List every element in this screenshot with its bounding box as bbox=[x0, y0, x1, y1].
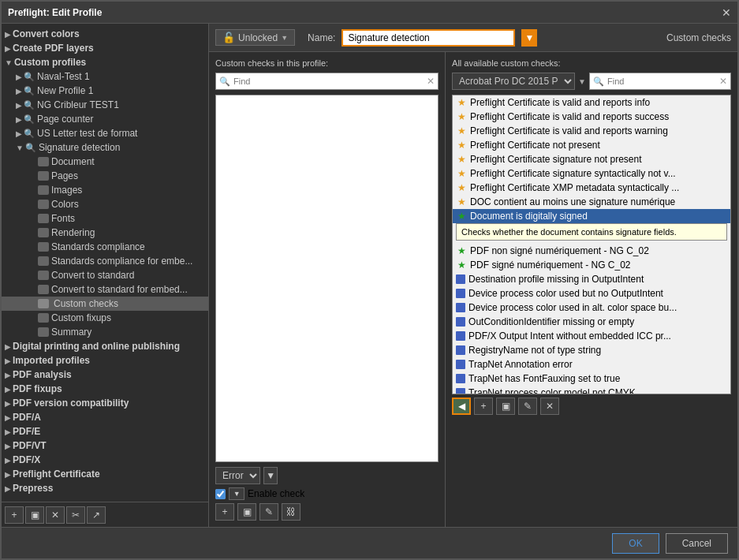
avail-item[interactable]: ★ Preflight Certificate XMP metadata syn… bbox=[453, 181, 730, 195]
right-search-clear[interactable]: ✕ bbox=[719, 76, 727, 87]
add-to-profile-button[interactable]: ◀ bbox=[452, 398, 471, 415]
avail-item[interactable]: ★ Preflight Certificate is valid and rep… bbox=[453, 95, 730, 110]
avail-item[interactable]: TrapNet process color model not CMYK bbox=[453, 386, 730, 394]
tree-item-pdf-e[interactable]: ▶PDF/E bbox=[2, 424, 208, 439]
tree-item-imported-profiles[interactable]: ▶Imported profiles bbox=[2, 353, 208, 368]
enable-check-dropdown[interactable]: ▼ bbox=[229, 487, 244, 500]
dup-avail-button[interactable]: ▣ bbox=[496, 398, 515, 415]
avail-item[interactable]: Device process color used in alt. color … bbox=[453, 301, 730, 315]
tree-item-pdf-x[interactable]: ▶PDF/X bbox=[2, 453, 208, 467]
tree-item-ng-cribleur-test1[interactable]: ▶🔍NG Cribleur TEST1 bbox=[2, 98, 208, 112]
tree-item-pdf-a[interactable]: ▶PDF/A bbox=[2, 410, 208, 424]
avail-item[interactable]: ★ Preflight Certificate signature not pr… bbox=[453, 152, 730, 166]
item-label: PDF/X Output Intent without embedded ICC… bbox=[468, 330, 671, 342]
sub-icon bbox=[38, 171, 49, 181]
section-label: Preflight Certificate bbox=[13, 469, 100, 480]
tree-item-document[interactable]: Document bbox=[2, 155, 208, 169]
tree-item-create-pdf-layers[interactable]: ▶Create PDF layers bbox=[2, 41, 208, 55]
tree-item-colors[interactable]: Colors bbox=[2, 197, 208, 211]
close-button[interactable]: ✕ bbox=[722, 6, 731, 19]
avail-item[interactable]: RegistryName not of type string bbox=[453, 343, 730, 357]
tree-item-naval-test-1[interactable]: ▶🔍Naval-Test 1 bbox=[2, 69, 208, 84]
avail-item[interactable]: ★ PDF non signé numériquement - NG C_02 bbox=[453, 244, 730, 258]
edit-check-button[interactable]: ✎ bbox=[259, 503, 278, 521]
avail-item[interactable]: Destination profile missing in OutputInt… bbox=[453, 272, 730, 286]
name-dropdown-arrow[interactable]: ▼ bbox=[521, 29, 537, 47]
add-check-button[interactable]: + bbox=[215, 503, 234, 521]
avail-item[interactable]: ★ Preflight Certificate is valid and rep… bbox=[453, 124, 730, 138]
tree-item-pdf-version[interactable]: ▶PDF version compatibility bbox=[2, 396, 208, 410]
tree-item-custom-checks[interactable]: Custom checks bbox=[2, 297, 208, 311]
item-label: OutConditionIdentifier missing or empty bbox=[468, 316, 634, 327]
section-label: PDF/E bbox=[13, 426, 40, 437]
avail-item[interactable]: ★ Preflight Certificate not present bbox=[453, 138, 730, 152]
tree-item-images[interactable]: Images bbox=[2, 183, 208, 197]
tree-item-prepress[interactable]: ▶Prepress bbox=[2, 481, 208, 495]
duplicate-check-button[interactable]: ▣ bbox=[237, 503, 256, 521]
tree-item-new-profile-1[interactable]: ▶🔍New Profile 1 bbox=[2, 84, 208, 98]
tree-item-convert-colors[interactable]: ▶Convert colors bbox=[2, 27, 208, 41]
tree-item-signature-detection[interactable]: ▼🔍Signature detection bbox=[2, 140, 208, 155]
left-toolbar-btn-1[interactable]: ▣ bbox=[25, 506, 44, 524]
ok-button[interactable]: OK bbox=[612, 533, 659, 554]
tree-item-us-letter[interactable]: ▶🔍US Letter test de format bbox=[2, 126, 208, 140]
link-check-button[interactable]: ⛓ bbox=[282, 503, 300, 521]
tree-item-pages[interactable]: Pages bbox=[2, 169, 208, 183]
tree-item-custom-fixups[interactable]: Custom fixups bbox=[2, 311, 208, 325]
edit-avail-button[interactable]: ✎ bbox=[518, 398, 537, 415]
profile-name-input[interactable] bbox=[342, 29, 515, 47]
expand-icon: ▶ bbox=[16, 115, 22, 124]
avail-item[interactable]: TrapNet has FontFauxing set to true bbox=[453, 371, 730, 386]
tree-item-convert-to-standard-embed[interactable]: Convert to standard for embed... bbox=[2, 282, 208, 297]
tree-item-standards-compliance-embed[interactable]: Standards compliance for embe... bbox=[2, 254, 208, 268]
avail-item[interactable]: ★ Document is digitally signed bbox=[453, 209, 730, 223]
expand-icon: ▶ bbox=[16, 73, 22, 81]
avail-item[interactable]: ★ Preflight Certificate is valid and rep… bbox=[453, 110, 730, 124]
left-toolbar-btn-3[interactable]: ✂ bbox=[66, 506, 85, 524]
enable-check-checkbox[interactable] bbox=[215, 489, 226, 499]
avail-item[interactable]: ★ DOC contient au moins une signature nu… bbox=[453, 195, 730, 209]
expand-icon: ▶ bbox=[5, 470, 11, 479]
item-label: Device process color used in alt. color … bbox=[468, 302, 677, 313]
tree-item-custom-profiles[interactable]: ▼Custom profiles bbox=[2, 55, 208, 69]
item-label: PDF signé numériquement - NG C_02 bbox=[470, 259, 630, 271]
cancel-button[interactable]: Cancel bbox=[666, 533, 728, 554]
expand-icon: ▶ bbox=[5, 30, 11, 39]
severity-select[interactable]: Error bbox=[215, 467, 260, 484]
tree-item-fonts[interactable]: Fonts bbox=[2, 211, 208, 226]
avail-item[interactable]: TrapNet Annotation error bbox=[453, 357, 730, 371]
lock-button[interactable]: 🔓 Unlocked ▼ bbox=[215, 29, 295, 46]
tree-item-pdf-analysis[interactable]: ▶PDF analysis bbox=[2, 368, 208, 382]
avail-item[interactable]: ★ PDF signé numériquement - NG C_02 bbox=[453, 258, 730, 272]
tree-item-convert-to-standard[interactable]: Convert to standard bbox=[2, 268, 208, 282]
new-avail-button[interactable]: + bbox=[474, 398, 493, 415]
avail-item[interactable]: Device process color used but no OutputI… bbox=[453, 286, 730, 301]
right-search-icon: 🔍 bbox=[593, 77, 604, 87]
tree-item-standards-compliance[interactable]: Standards compliance bbox=[2, 240, 208, 254]
bottom-toolbar-checks: Error ▼ bbox=[215, 467, 439, 484]
tree-item-pdf-vt[interactable]: ▶PDF/VT bbox=[2, 439, 208, 453]
tree-item-preflight-certificate[interactable]: ▶Preflight Certificate bbox=[2, 467, 208, 481]
item-icon bbox=[456, 303, 465, 312]
right-search-input[interactable] bbox=[607, 77, 716, 86]
left-toolbar-btn-2[interactable]: ✕ bbox=[46, 506, 65, 524]
avail-item[interactable]: OutConditionIdentifier missing or empty bbox=[453, 315, 730, 329]
tree-item-summary[interactable]: Summary bbox=[2, 325, 208, 339]
sub-label: Rendering bbox=[51, 227, 95, 238]
left-search-input[interactable] bbox=[233, 77, 424, 86]
avail-item[interactable]: ★ Preflight Certificate signature syntac… bbox=[453, 166, 730, 181]
left-toolbar-btn-4[interactable]: ↗ bbox=[87, 506, 106, 524]
delete-avail-button[interactable]: ✕ bbox=[540, 398, 559, 415]
tree-item-page-counter[interactable]: ▶🔍Page counter bbox=[2, 112, 208, 126]
avail-source-select[interactable]: Acrobat Pro DC 2015 P bbox=[452, 73, 575, 90]
profile-label: New Profile 1 bbox=[37, 85, 93, 96]
avail-item[interactable]: PDF/X Output Intent without embedded ICC… bbox=[453, 329, 730, 343]
expand-icon: ▶ bbox=[5, 385, 11, 394]
sub-icon bbox=[38, 327, 49, 337]
left-search-clear[interactable]: ✕ bbox=[427, 76, 435, 87]
tree-item-rendering[interactable]: Rendering bbox=[2, 226, 208, 240]
tree-item-pdf-fixups[interactable]: ▶PDF fixups bbox=[2, 382, 208, 396]
tree-item-digital-printing[interactable]: ▶Digital printing and online publishing bbox=[2, 339, 208, 353]
left-toolbar-btn-0[interactable]: + bbox=[5, 506, 24, 524]
severity-dropdown-arrow[interactable]: ▼ bbox=[263, 467, 278, 484]
